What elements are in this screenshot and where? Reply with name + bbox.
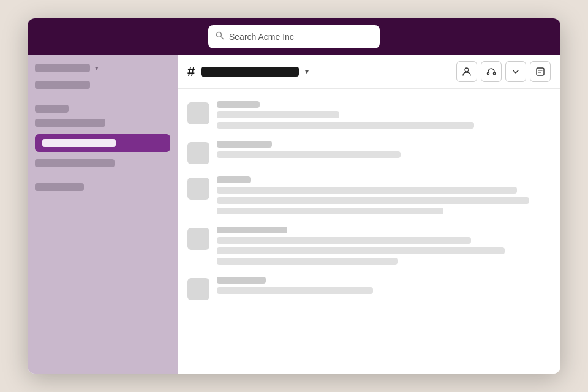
message-username: [217, 176, 251, 183]
message-content: [217, 141, 551, 164]
person-icon: [462, 67, 472, 77]
top-bar: Search Acme Inc: [28, 18, 560, 55]
message-text: [217, 258, 398, 265]
search-icon: [216, 31, 224, 42]
header-icons: [456, 61, 551, 82]
message-row: [187, 95, 551, 135]
message-username: [217, 227, 287, 233]
search-placeholder-text: Search Acme Inc: [229, 32, 294, 42]
sidebar-item-active[interactable]: [35, 134, 170, 152]
members-button[interactable]: [456, 61, 477, 82]
main-area: ▾ # ▾: [28, 55, 560, 374]
avatar: [187, 178, 209, 200]
avatar: [187, 228, 209, 250]
message-text: [217, 151, 401, 158]
message-username: [217, 101, 260, 108]
chevron-down-icon: [512, 68, 519, 75]
channel-header: # ▾: [178, 55, 560, 89]
headphones-icon: [486, 67, 496, 77]
messages-area: [178, 89, 560, 374]
message-text: [217, 287, 373, 294]
message-username: [217, 141, 272, 148]
sidebar-item[interactable]: [35, 81, 90, 89]
message-row: [187, 170, 551, 221]
spacer: [35, 173, 170, 177]
message-text: [217, 208, 443, 214]
channel-hash-symbol: #: [187, 65, 195, 78]
sidebar-item[interactable]: [35, 183, 84, 191]
message-content: [217, 101, 551, 129]
message-content: [217, 176, 551, 214]
sidebar-item[interactable]: [35, 159, 115, 167]
message-text: [217, 197, 529, 204]
avatar: [187, 142, 209, 164]
workspace-name-bar: [35, 64, 90, 72]
canvas-icon: [535, 67, 545, 77]
message-content: [217, 277, 551, 300]
avatar: [187, 278, 209, 300]
message-text: [217, 122, 474, 129]
message-content: [217, 227, 551, 265]
message-username: [217, 277, 266, 284]
more-options-button[interactable]: [505, 61, 526, 82]
sidebar-item[interactable]: [35, 105, 69, 113]
message-text: [217, 247, 505, 254]
sidebar-item[interactable]: [35, 119, 105, 127]
sidebar: ▾: [28, 55, 178, 374]
svg-rect-5: [537, 68, 544, 75]
svg-rect-4: [494, 72, 496, 75]
svg-rect-3: [488, 72, 489, 75]
message-text: [217, 187, 517, 194]
canvas-button[interactable]: [530, 61, 551, 82]
message-row: [187, 135, 551, 170]
channel-area: # ▾: [178, 55, 560, 374]
channel-chevron-icon[interactable]: ▾: [305, 67, 309, 76]
svg-point-2: [465, 68, 469, 72]
message-row: [187, 221, 551, 271]
spacer: [35, 95, 170, 99]
message-row: [187, 271, 551, 306]
message-text: [217, 237, 471, 244]
workspace-chevron-icon: ▾: [95, 64, 99, 72]
app-window: Search Acme Inc ▾: [28, 18, 560, 374]
sidebar-workspace[interactable]: ▾: [35, 64, 170, 72]
message-text: [217, 111, 339, 118]
avatar: [187, 102, 209, 124]
channel-name-display: [201, 67, 299, 77]
huddle-button[interactable]: [481, 61, 502, 82]
svg-line-1: [221, 37, 224, 39]
active-item-label: [42, 139, 116, 147]
search-bar[interactable]: Search Acme Inc: [208, 25, 380, 48]
